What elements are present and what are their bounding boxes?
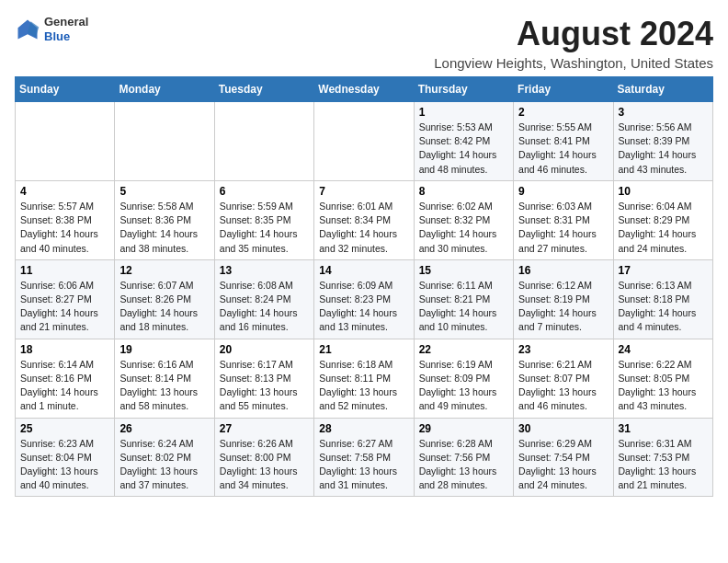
day-info: Sunrise: 6:28 AMSunset: 7:56 PMDaylight:… <box>419 437 508 493</box>
calendar-cell: 11Sunrise: 6:06 AMSunset: 8:27 PMDayligh… <box>16 259 115 339</box>
calendar-cell: 5Sunrise: 5:58 AMSunset: 8:36 PMDaylight… <box>115 180 214 259</box>
calendar-cell: 21Sunrise: 6:18 AMSunset: 8:11 PMDayligh… <box>314 339 414 418</box>
day-info: Sunrise: 6:03 AMSunset: 8:31 PMDaylight:… <box>518 200 608 256</box>
calendar-cell: 14Sunrise: 6:09 AMSunset: 8:23 PMDayligh… <box>314 259 414 339</box>
calendar-cell: 6Sunrise: 5:59 AMSunset: 8:35 PMDaylight… <box>214 180 313 259</box>
calendar-table: SundayMondayTuesdayWednesdayThursdayFrid… <box>15 76 713 497</box>
day-number: 16 <box>518 264 608 277</box>
day-number: 4 <box>20 185 109 198</box>
calendar-cell: 17Sunrise: 6:13 AMSunset: 8:18 PMDayligh… <box>613 259 712 339</box>
logo: General Blue <box>15 15 88 43</box>
calendar-cell: 29Sunrise: 6:28 AMSunset: 7:56 PMDayligh… <box>414 418 513 497</box>
day-info: Sunrise: 5:57 AMSunset: 8:38 PMDaylight:… <box>20 200 109 256</box>
calendar-cell: 3Sunrise: 5:56 AMSunset: 8:39 PMDaylight… <box>613 102 712 181</box>
calendar-cell: 9Sunrise: 6:03 AMSunset: 8:31 PMDaylight… <box>514 180 613 259</box>
day-info: Sunrise: 6:26 AMSunset: 8:00 PMDaylight:… <box>220 437 309 493</box>
calendar-cell: 15Sunrise: 6:11 AMSunset: 8:21 PMDayligh… <box>414 259 513 339</box>
calendar-cell: 23Sunrise: 6:21 AMSunset: 8:07 PMDayligh… <box>514 339 613 418</box>
day-header-sunday: Sunday <box>16 77 115 102</box>
day-number: 3 <box>619 106 708 119</box>
day-number: 27 <box>220 422 309 435</box>
day-number: 6 <box>220 185 309 198</box>
day-info: Sunrise: 5:55 AMSunset: 8:41 PMDaylight:… <box>518 121 608 177</box>
day-info: Sunrise: 6:22 AMSunset: 8:05 PMDaylight:… <box>619 358 708 414</box>
calendar-cell: 10Sunrise: 6:04 AMSunset: 8:29 PMDayligh… <box>613 180 712 259</box>
day-info: Sunrise: 6:31 AMSunset: 7:53 PMDaylight:… <box>619 437 708 493</box>
day-info: Sunrise: 6:14 AMSunset: 8:16 PMDaylight:… <box>20 358 109 414</box>
month-title: August 2024 <box>434 15 713 53</box>
calendar-cell: 28Sunrise: 6:27 AMSunset: 7:58 PMDayligh… <box>314 418 414 497</box>
logo-text: General Blue <box>44 15 88 43</box>
calendar-cell: 4Sunrise: 5:57 AMSunset: 8:38 PMDaylight… <box>16 180 115 259</box>
logo-general: General <box>44 15 88 29</box>
day-info: Sunrise: 6:06 AMSunset: 8:27 PMDaylight:… <box>20 279 109 335</box>
calendar-cell: 26Sunrise: 6:24 AMSunset: 8:02 PMDayligh… <box>115 418 214 497</box>
day-number: 17 <box>619 264 708 277</box>
day-info: Sunrise: 6:02 AMSunset: 8:32 PMDaylight:… <box>419 200 508 256</box>
calendar-cell: 1Sunrise: 5:53 AMSunset: 8:42 PMDaylight… <box>414 102 513 181</box>
day-info: Sunrise: 6:08 AMSunset: 8:24 PMDaylight:… <box>220 279 309 335</box>
calendar-cell: 30Sunrise: 6:29 AMSunset: 7:54 PMDayligh… <box>514 418 613 497</box>
day-info: Sunrise: 6:13 AMSunset: 8:18 PMDaylight:… <box>619 279 708 335</box>
day-number: 31 <box>619 422 708 435</box>
day-number: 12 <box>119 264 209 277</box>
day-info: Sunrise: 6:29 AMSunset: 7:54 PMDaylight:… <box>518 437 608 493</box>
day-header-tuesday: Tuesday <box>214 77 313 102</box>
day-number: 19 <box>119 343 209 356</box>
logo-blue: Blue <box>44 29 88 44</box>
day-number: 7 <box>319 185 408 198</box>
day-number: 15 <box>419 264 508 277</box>
location-subtitle: Longview Heights, Washington, United Sta… <box>434 55 713 71</box>
calendar-cell <box>16 102 115 181</box>
day-info: Sunrise: 5:53 AMSunset: 8:42 PMDaylight:… <box>419 121 508 177</box>
day-info: Sunrise: 5:56 AMSunset: 8:39 PMDaylight:… <box>619 121 708 177</box>
day-info: Sunrise: 6:21 AMSunset: 8:07 PMDaylight:… <box>518 358 608 414</box>
day-header-thursday: Thursday <box>414 77 513 102</box>
header: General Blue August 2024 Longview Height… <box>15 15 713 71</box>
day-info: Sunrise: 6:04 AMSunset: 8:29 PMDaylight:… <box>619 200 708 256</box>
day-header-monday: Monday <box>115 77 214 102</box>
day-header-wednesday: Wednesday <box>314 77 414 102</box>
calendar-cell: 27Sunrise: 6:26 AMSunset: 8:00 PMDayligh… <box>214 418 313 497</box>
calendar-cell: 2Sunrise: 5:55 AMSunset: 8:41 PMDaylight… <box>514 102 613 181</box>
day-number: 20 <box>220 343 309 356</box>
day-number: 18 <box>20 343 109 356</box>
calendar-cell: 16Sunrise: 6:12 AMSunset: 8:19 PMDayligh… <box>514 259 613 339</box>
day-info: Sunrise: 6:23 AMSunset: 8:04 PMDaylight:… <box>20 437 109 493</box>
day-info: Sunrise: 6:19 AMSunset: 8:09 PMDaylight:… <box>419 358 508 414</box>
day-number: 29 <box>419 422 508 435</box>
calendar-cell: 24Sunrise: 6:22 AMSunset: 8:05 PMDayligh… <box>613 339 712 418</box>
day-info: Sunrise: 5:59 AMSunset: 8:35 PMDaylight:… <box>220 200 309 256</box>
day-number: 13 <box>220 264 309 277</box>
day-info: Sunrise: 6:17 AMSunset: 8:13 PMDaylight:… <box>220 358 309 414</box>
day-info: Sunrise: 6:27 AMSunset: 7:58 PMDaylight:… <box>319 437 408 493</box>
calendar-week-row: 4Sunrise: 5:57 AMSunset: 8:38 PMDaylight… <box>16 180 713 259</box>
day-number: 11 <box>20 264 109 277</box>
calendar-cell: 22Sunrise: 6:19 AMSunset: 8:09 PMDayligh… <box>414 339 513 418</box>
calendar-cell: 8Sunrise: 6:02 AMSunset: 8:32 PMDaylight… <box>414 180 513 259</box>
day-number: 26 <box>119 422 209 435</box>
day-info: Sunrise: 6:18 AMSunset: 8:11 PMDaylight:… <box>319 358 408 414</box>
day-number: 8 <box>419 185 508 198</box>
calendar-week-row: 18Sunrise: 6:14 AMSunset: 8:16 PMDayligh… <box>16 339 713 418</box>
calendar-cell <box>115 102 214 181</box>
day-number: 24 <box>619 343 708 356</box>
calendar-cell <box>314 102 414 181</box>
calendar-cell: 25Sunrise: 6:23 AMSunset: 8:04 PMDayligh… <box>16 418 115 497</box>
calendar-cell: 19Sunrise: 6:16 AMSunset: 8:14 PMDayligh… <box>115 339 214 418</box>
title-area: August 2024 Longview Heights, Washington… <box>434 15 713 71</box>
day-number: 30 <box>518 422 608 435</box>
day-number: 9 <box>518 185 608 198</box>
calendar-cell <box>214 102 313 181</box>
day-number: 14 <box>319 264 408 277</box>
calendar-cell: 31Sunrise: 6:31 AMSunset: 7:53 PMDayligh… <box>613 418 712 497</box>
day-number: 22 <box>419 343 508 356</box>
day-info: Sunrise: 6:01 AMSunset: 8:34 PMDaylight:… <box>319 200 408 256</box>
day-number: 5 <box>119 185 209 198</box>
calendar-cell: 13Sunrise: 6:08 AMSunset: 8:24 PMDayligh… <box>214 259 313 339</box>
day-info: Sunrise: 5:58 AMSunset: 8:36 PMDaylight:… <box>119 200 209 256</box>
day-info: Sunrise: 6:07 AMSunset: 8:26 PMDaylight:… <box>119 279 209 335</box>
day-header-saturday: Saturday <box>613 77 712 102</box>
day-number: 10 <box>619 185 708 198</box>
day-number: 28 <box>319 422 408 435</box>
